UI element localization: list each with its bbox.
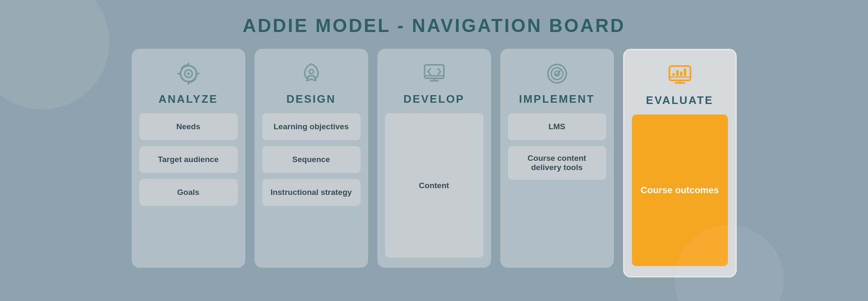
list-item[interactable]: Sequence bbox=[262, 146, 361, 173]
svg-rect-23 bbox=[680, 72, 682, 76]
evaluate-title: EVALUATE bbox=[646, 94, 713, 107]
list-item[interactable]: Learning objectives bbox=[262, 113, 361, 140]
implement-items: LMS Course content delivery tools bbox=[508, 113, 606, 180]
list-item[interactable]: Course content delivery tools bbox=[508, 146, 606, 180]
list-item[interactable]: Target audience bbox=[139, 146, 238, 173]
svg-rect-21 bbox=[672, 73, 675, 76]
implement-title: IMPLEMENT bbox=[519, 93, 595, 106]
list-item[interactable]: Course outcomes bbox=[632, 115, 728, 266]
column-design: DESIGN Learning objectives Sequence Inst… bbox=[255, 49, 368, 268]
column-analyze: ANALYZE Needs Target audience Goals bbox=[132, 49, 245, 268]
develop-icon bbox=[421, 61, 447, 88]
evaluate-items: Course outcomes bbox=[632, 115, 728, 266]
implement-icon bbox=[544, 61, 570, 88]
column-develop: DEVELOP Content bbox=[377, 49, 491, 268]
svg-point-2 bbox=[187, 72, 190, 75]
design-icon bbox=[298, 61, 324, 88]
develop-items: Content bbox=[385, 113, 483, 258]
list-item[interactable]: Needs bbox=[139, 113, 238, 140]
analyze-icon bbox=[175, 61, 202, 88]
board: ANALYZE Needs Target audience Goals DESI… bbox=[98, 49, 770, 277]
list-item[interactable]: LMS bbox=[508, 113, 606, 140]
evaluate-icon bbox=[667, 62, 693, 90]
page-title: ADDIE MODEL - NAVIGATION BOARD bbox=[243, 15, 626, 36]
list-item[interactable]: Content bbox=[385, 113, 483, 258]
develop-title: DEVELOP bbox=[403, 93, 465, 106]
column-evaluate: EVALUATE Course outcomes bbox=[623, 49, 737, 277]
design-title: DESIGN bbox=[287, 93, 336, 106]
column-implement: IMPLEMENT LMS Course content delivery to… bbox=[500, 49, 614, 268]
svg-point-7 bbox=[309, 69, 313, 74]
svg-rect-24 bbox=[684, 69, 686, 76]
analyze-items: Needs Target audience Goals bbox=[139, 113, 238, 206]
list-item[interactable]: Goals bbox=[139, 179, 238, 206]
svg-rect-22 bbox=[676, 70, 679, 76]
list-item[interactable]: Instructional strategy bbox=[262, 179, 361, 206]
analyze-title: ANALYZE bbox=[159, 93, 218, 106]
design-items: Learning objectives Sequence Instruction… bbox=[262, 113, 361, 206]
